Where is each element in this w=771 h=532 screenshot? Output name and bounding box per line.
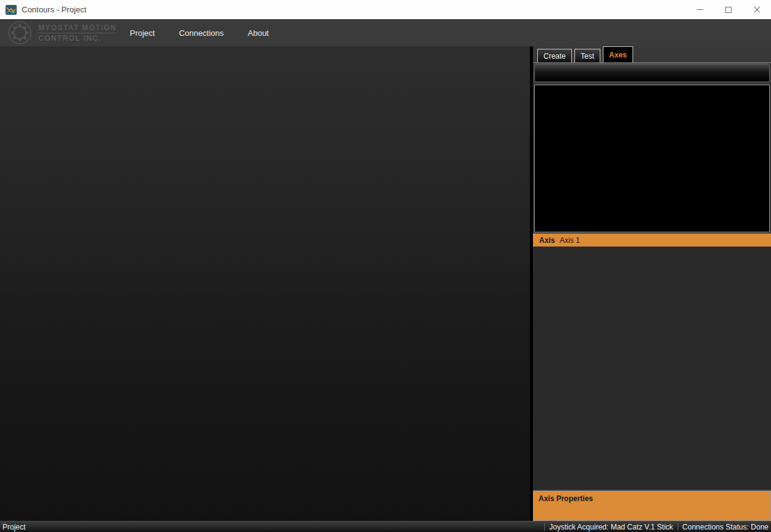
axis-list[interactable]: [534, 85, 770, 232]
statusbar: Project Joystick Acquired: Mad Catz V.1 …: [0, 521, 771, 532]
menu-item-connections[interactable]: Connections: [175, 26, 227, 40]
tab-axes[interactable]: Axes: [603, 46, 633, 62]
toolbar-tray: [533, 62, 771, 82]
logo-line1: MYOSTAT MOTION: [38, 23, 116, 33]
property-grid: [533, 247, 771, 489]
close-icon: [753, 6, 761, 14]
tab-test[interactable]: Test: [574, 49, 600, 62]
app-icon: [6, 4, 17, 15]
menu-items: ProjectConnectionsAbout: [126, 26, 289, 40]
titlebar: Contours - Project: [0, 0, 771, 19]
status-project: Project: [0, 523, 25, 531]
property-grid-header: Axis Axis 1: [533, 234, 771, 247]
logo-text: MYOSTAT MOTION CONTROL INC.: [38, 23, 116, 43]
chart-area: [0, 46, 530, 521]
selected-object-type: Axis: [539, 236, 555, 245]
minimize-icon: [697, 9, 704, 10]
tab-strip: CreateTestAxes: [533, 46, 771, 62]
window-title: Contours - Project: [22, 5, 87, 14]
status-joystick: Joystick Acquired: Mad Catz V.1 Stick: [549, 523, 673, 531]
company-logo: MYOSTAT MOTION CONTROL INC.: [0, 20, 119, 45]
close-button[interactable]: [743, 0, 771, 19]
menu-item-about[interactable]: About: [244, 26, 273, 40]
status-separator: [678, 523, 678, 531]
menu-item-project[interactable]: Project: [126, 26, 158, 40]
menubar: MYOSTAT MOTION CONTROL INC. ProjectConne…: [0, 19, 771, 46]
status-separator: [544, 523, 545, 531]
status-connections: Connections Status: Done: [683, 523, 769, 531]
minimize-button[interactable]: [686, 0, 714, 19]
tab-create[interactable]: Create: [537, 49, 572, 62]
maximize-button[interactable]: [714, 0, 743, 19]
toolbar: [534, 64, 770, 82]
maximize-icon: [725, 7, 731, 13]
right-panel: CreateTestAxes Axis Axis 1 Axis Properti…: [533, 46, 771, 521]
property-description-box: Axis Properties: [533, 491, 771, 521]
window-controls: [686, 0, 771, 19]
gear-logo-icon: [6, 20, 33, 45]
main-content: CreateTestAxes Axis Axis 1 Axis Properti…: [0, 46, 771, 521]
app-window: Contours - Project MYOSTAT MOTION CONTRO: [0, 0, 771, 532]
selected-object-name: Axis 1: [560, 236, 580, 245]
logo-line2: CONTROL INC.: [38, 34, 116, 43]
